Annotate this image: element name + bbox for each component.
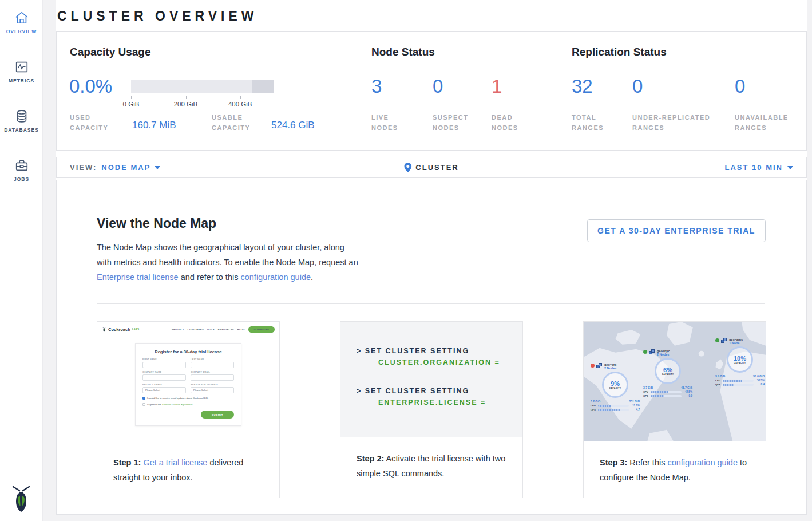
text-input (191, 362, 234, 368)
capacity-label: CAPACITY (662, 373, 674, 376)
cockroachdb-logo (7, 483, 35, 513)
usable-value: 36.6 GiB (753, 374, 765, 378)
capacity-used-percent: 0.0% (69, 76, 112, 97)
nav-item: CUSTOMERS (188, 328, 204, 331)
usable-capacity-value: 524.6 GiB (271, 120, 315, 131)
step-prefix: Step 1: (113, 458, 141, 467)
usable-value: 351 GiB (629, 400, 640, 403)
text-input (142, 374, 186, 381)
dead-nodes-value: 1 (492, 76, 502, 97)
step-prefix: Step 3: (600, 458, 627, 467)
description-text: . (311, 273, 313, 282)
suspect-nodes-value: 0 (433, 76, 443, 97)
field-label: LAST NAME (191, 358, 234, 361)
text-input (191, 374, 234, 381)
checkbox-checked (142, 397, 145, 400)
node-status-title: Node Status (371, 46, 435, 58)
breadcrumb-label: CLUSTER (415, 163, 458, 172)
trial-registration-screenshot: Cockroach LABS PRODUCT CUSTOMERS DOCS RE… (97, 322, 279, 441)
cockroach-labs-logo: Cockroach LABS (102, 326, 139, 333)
home-icon (14, 10, 29, 25)
alert-badge-icon (591, 364, 595, 368)
field-label: REASON FOR INTEREST (191, 384, 234, 386)
time-range-selector[interactable]: LAST 10 MIN (725, 163, 793, 172)
under-replicated-ranges-label: UNDER-REPLICATED RANGES (632, 112, 725, 133)
text-input (142, 362, 186, 368)
nav-item: RESOURCES (218, 328, 234, 331)
healthy-badge-icon (715, 338, 719, 342)
brand-suffix: LABS (132, 328, 139, 331)
trial-registration-form: Register for a 30-day trial license FIRS… (135, 343, 241, 426)
unavailable-ranges-label: UNAVAILABLE RANGES (735, 112, 799, 133)
nav-item: BLOG (237, 328, 245, 331)
dead-nodes-label: DEAD NODES (492, 112, 537, 133)
view-label: VIEW: (70, 163, 97, 172)
view-bar: VIEW: NODE MAP CLUSTER LAST 10 MIN (56, 157, 807, 178)
axis-tick-label: 200 GiB (174, 101, 198, 108)
cpu-value: 42.5% (683, 390, 692, 393)
used-capacity-label: USED CAPACITY (70, 112, 122, 133)
capacity-axis: 0 GiB 200 GiB 400 GiB (131, 96, 274, 110)
capacity-bar-segment (252, 80, 274, 93)
view-selector[interactable]: NODE MAP (101, 163, 160, 172)
axis-tick-label: 400 GiB (228, 101, 252, 108)
node-map-panel: View the Node Map The Node Map shows the… (56, 180, 807, 515)
nav-item: PRODUCT (172, 328, 184, 331)
usable-value: 43.7 GiB (681, 386, 692, 389)
description-text: and refer to this (179, 273, 241, 282)
nodes-icon (721, 338, 727, 344)
select-input: Please Select (191, 387, 234, 393)
qps-value: 4.7 (631, 408, 640, 411)
sidebar-item-overview[interactable]: OVERVIEW (0, 0, 43, 34)
unavailable-ranges-value: 0 (735, 76, 745, 97)
sidebar: OVERVIEW METRICS DATABASES JOBS (0, 0, 43, 521)
time-range-value: LAST 10 MIN (725, 163, 783, 172)
capacity-ring: 10% CAPACITY (727, 346, 753, 373)
breadcrumb[interactable]: CLUSTER (404, 163, 458, 172)
sql-command: > SET CLUSTER SETTING (357, 387, 522, 395)
step2-card: > SET CLUSTER SETTING CLUSTER.ORGANIZATI… (340, 321, 523, 498)
nav-item: DOCS (207, 328, 215, 331)
qps-label: QPS (591, 408, 596, 411)
step1-caption: Step 1: Get a trial license delivered st… (97, 441, 279, 485)
cpu-value: 11.0% (631, 404, 640, 407)
qps-value: 0.0 (683, 394, 692, 397)
live-nodes-label: LIVE NODES (371, 112, 417, 133)
configuration-guide-link[interactable]: configuration guide (240, 273, 311, 282)
nodes-icon (596, 363, 603, 369)
node-map-illustration: geo=sfo 2 Nodes 9% CAPACITY 3.2 GiB351 G… (584, 322, 766, 441)
capacity-bar (131, 80, 274, 93)
sidebar-item-metrics[interactable]: METRICS (0, 49, 43, 84)
field-label: COMPANY EMAIL (191, 371, 234, 373)
submit-button: SUBMIT (201, 411, 234, 419)
node-count: 2 Nodes (604, 366, 616, 370)
step3-card: geo=sfo 2 Nodes 9% CAPACITY 3.2 GiB351 G… (583, 321, 766, 498)
sidebar-item-databases[interactable]: DATABASES (0, 98, 43, 133)
sql-setting: CLUSTER.ORGANIZATION = (378, 358, 522, 366)
sidebar-item-label: DATABASES (0, 127, 43, 133)
qps-label: QPS (643, 394, 649, 397)
configuration-guide-link[interactable]: configuration guide (667, 458, 738, 467)
sidebar-item-jobs[interactable]: JOBS (0, 148, 43, 182)
sidebar-item-label: JOBS (0, 176, 43, 182)
sidebar-item-label: OVERVIEW (0, 29, 43, 34)
used-capacity-value: 160.7 MiB (132, 120, 176, 131)
view-selector-value: NODE MAP (101, 163, 150, 172)
total-ranges-label: TOTAL RANGES (572, 112, 617, 133)
brand-name: Cockroach (108, 327, 130, 332)
page-title: CLUSTER OVERVIEW (56, 0, 807, 24)
checkbox-label: I would like to receive email updates ab… (147, 397, 208, 400)
under-replicated-ranges-value: 0 (632, 76, 643, 97)
checkbox-label: I agree to the (147, 403, 162, 406)
qps-value: 8.4 (755, 383, 765, 386)
step3-caption: Step 3: Refer this configuration guide t… (584, 441, 766, 485)
axis-tick-label: 0 GiB (123, 101, 140, 108)
capacity-percent: 9% (611, 380, 620, 387)
replication-status-title: Replication Status (572, 46, 667, 58)
get-enterprise-trial-button[interactable]: GET A 30-DAY ENTERPRISE TRIAL (587, 219, 766, 242)
capacity-usage-title: Capacity Usage (70, 46, 151, 58)
live-nodes-value: 3 (371, 76, 382, 97)
license-agreement-link: Software License Agreement. (162, 403, 193, 406)
enterprise-trial-license-link[interactable]: Enterprise trial license (97, 273, 179, 282)
get-trial-license-link[interactable]: Get a trial license (143, 458, 207, 467)
